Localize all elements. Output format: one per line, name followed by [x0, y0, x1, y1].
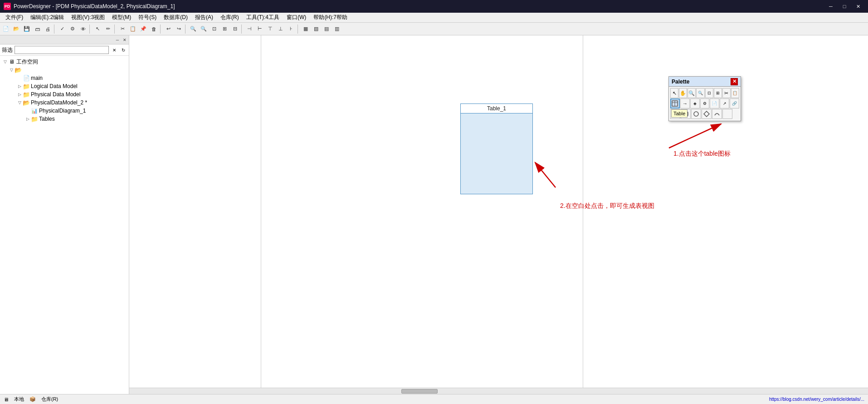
palette-tool-zoom-box[interactable]: ⊡: [705, 88, 713, 98]
tb-cursor[interactable]: ↖: [93, 24, 102, 34]
toolbar-sep-7: [297, 25, 299, 34]
canvas-scrollbar-thumb[interactable]: [401, 389, 438, 394]
tb-align-top[interactable]: ⊥: [276, 24, 286, 34]
minimize-button[interactable]: ─: [824, 1, 837, 11]
palette-tool-diamond[interactable]: [702, 109, 712, 119]
menu-help[interactable]: 帮助(H):7帮助: [310, 13, 351, 22]
maximize-button[interactable]: □: [838, 1, 851, 11]
tb-save[interactable]: 💾: [22, 24, 32, 34]
palette-tool-pointer[interactable]: ↖: [670, 88, 678, 98]
palette-tool-rect[interactable]: [670, 109, 680, 119]
tb-edit[interactable]: ✏: [103, 24, 113, 34]
toolbar-sep-4: [160, 25, 162, 34]
tb-align-left[interactable]: ⊣: [244, 24, 254, 34]
palette-row-2: Table → ◈ ⚙ 📄 ↗ 🔗: [670, 99, 739, 108]
table-icon-svg: [672, 100, 678, 107]
tb-undo[interactable]: ↩: [163, 24, 173, 34]
panel-minimize[interactable]: ─: [114, 37, 121, 43]
palette-tool-zoom-in[interactable]: 🔍: [688, 88, 696, 98]
menu-edit[interactable]: 编辑(E):2编辑: [27, 13, 68, 22]
status-left: 🖥 本地 📦 仓库(R): [4, 396, 58, 403]
tb-zoom-100[interactable]: ⊟: [230, 24, 240, 34]
root-folder-icon: 📂: [15, 66, 22, 74]
palette-tool-curve[interactable]: [712, 109, 722, 119]
tb-check[interactable]: ✓: [57, 24, 67, 34]
tree-node-logical[interactable]: ▷ 📁 Logical Data Model: [0, 82, 129, 90]
main-icon: 📄: [23, 74, 30, 82]
palette-header[interactable]: Palette ✕: [669, 77, 741, 87]
tb-align-bottom[interactable]: ⊦: [286, 24, 296, 34]
palette-tool-zoom-out[interactable]: 🔍: [696, 88, 704, 98]
tb-new[interactable]: 📄: [1, 24, 11, 34]
palette-tool-link[interactable]: ↗: [720, 99, 729, 108]
tree-node-main[interactable]: 📄 main: [0, 74, 129, 82]
close-button[interactable]: ✕: [852, 1, 864, 11]
menu-tools[interactable]: 工具(T):4工具: [243, 13, 283, 22]
tb-preview[interactable]: 👁: [78, 24, 88, 34]
tb-align-center[interactable]: ⊢: [255, 24, 265, 34]
palette-tool-roundrect[interactable]: [681, 109, 691, 119]
tb-fit[interactable]: ⊡: [209, 24, 219, 34]
tb-view1[interactable]: ▦: [301, 24, 311, 34]
toolbar-sep-5: [185, 25, 187, 34]
tb-copy[interactable]: 📋: [128, 24, 138, 34]
palette-tool-proc[interactable]: ⚙: [700, 99, 710, 108]
filter-clear-button[interactable]: ✕: [111, 46, 118, 54]
panel-close[interactable]: ✕: [122, 37, 128, 43]
tb-view4[interactable]: ▥: [332, 24, 342, 34]
palette-tool-view[interactable]: ◈: [690, 99, 700, 108]
palette-tool-reference[interactable]: →: [680, 99, 690, 108]
diagram1-icon: 📊: [31, 107, 38, 114]
tb-redo[interactable]: ↪: [174, 24, 184, 34]
palette-close-button[interactable]: ✕: [731, 78, 738, 85]
tree-area: ▽ 🖥 工作空间 ▽ 📂 📄 main ▷ 📁 Logical Data Mod…: [0, 56, 129, 394]
tree-node-workspace[interactable]: ▽ 🖥 工作空间: [0, 58, 129, 66]
menu-warehouse[interactable]: 仓库(R): [217, 13, 243, 22]
svg-marker-6: [704, 111, 709, 117]
tb-print[interactable]: 🖨: [43, 24, 53, 34]
tree-node-diagram1[interactable]: 📊 PhysicalDiagram_1: [0, 107, 129, 115]
palette-tool-empty: [722, 109, 732, 119]
menu-report[interactable]: 报告(A): [191, 13, 217, 22]
menu-view[interactable]: 视图(V):3视图: [68, 13, 108, 22]
tree-node-physical2[interactable]: ▽ 📂 PhysicalDataModel_2 *: [0, 99, 129, 107]
tb-open[interactable]: 📂: [11, 24, 21, 34]
menu-window[interactable]: 窗口(W): [283, 13, 310, 22]
main-label: main: [31, 75, 43, 81]
tb-delete[interactable]: 🗑: [149, 24, 159, 34]
main-layout: ─ ✕ 筛选 ✕ ↻ ▽ 🖥 工作空间 ▽ 📂: [0, 35, 868, 394]
tree-node-physical[interactable]: ▷ 📁 Physical Data Model: [0, 90, 129, 99]
filter-input[interactable]: [15, 46, 109, 54]
app-icon: PD: [4, 3, 11, 10]
palette-tool-connect[interactable]: 🔗: [730, 99, 739, 108]
tb-save-all[interactable]: 🗃: [32, 24, 42, 34]
tb-align-right[interactable]: ⊤: [265, 24, 275, 34]
tb-cut[interactable]: ✂: [117, 24, 127, 34]
menu-database[interactable]: 数据库(D): [160, 13, 191, 22]
palette-tool-paste[interactable]: 📋: [731, 88, 739, 98]
tb-generate[interactable]: ⚙: [68, 24, 78, 34]
palette-tool-cut[interactable]: ✂: [722, 88, 731, 98]
tb-paste[interactable]: 📌: [138, 24, 148, 34]
palette-tool-doc[interactable]: 📄: [710, 99, 719, 108]
table-diagram[interactable]: Table_1: [460, 103, 533, 194]
menu-symbol[interactable]: 符号(S): [135, 13, 160, 22]
canvas-scrollbar[interactable]: [129, 388, 868, 394]
palette-tool-hand[interactable]: ✋: [679, 88, 687, 98]
db-table[interactable]: Table_1: [460, 103, 533, 194]
palette-tool-ellipse[interactable]: [691, 109, 701, 119]
tb-view2[interactable]: ▧: [311, 24, 321, 34]
menu-model[interactable]: 模型(M): [108, 13, 135, 22]
tb-zoom-out[interactable]: 🔍: [199, 24, 209, 34]
tb-zoom-in[interactable]: 🔍: [188, 24, 198, 34]
palette-tool-table[interactable]: Table: [670, 99, 680, 108]
filter-refresh-button[interactable]: ↻: [120, 46, 127, 54]
tb-zoom-sel[interactable]: ⊞: [219, 24, 229, 34]
palette-tool-zoom-all[interactable]: ⊞: [714, 88, 722, 98]
palette-tools: ↖ ✋ 🔍 🔍 ⊡ ⊞ ✂ 📋: [669, 87, 741, 121]
tb-view3[interactable]: ▤: [322, 24, 332, 34]
menu-file[interactable]: 文件(F): [2, 13, 27, 22]
tree-node-tables[interactable]: ▷ 📁 Tables: [0, 115, 129, 123]
tree-node-root[interactable]: ▽ 📂: [0, 66, 129, 74]
canvas-area[interactable]: Table_1 Palette ✕ ↖ ✋ 🔍 🔍 ⊡ ⊞ ✂: [129, 35, 868, 394]
